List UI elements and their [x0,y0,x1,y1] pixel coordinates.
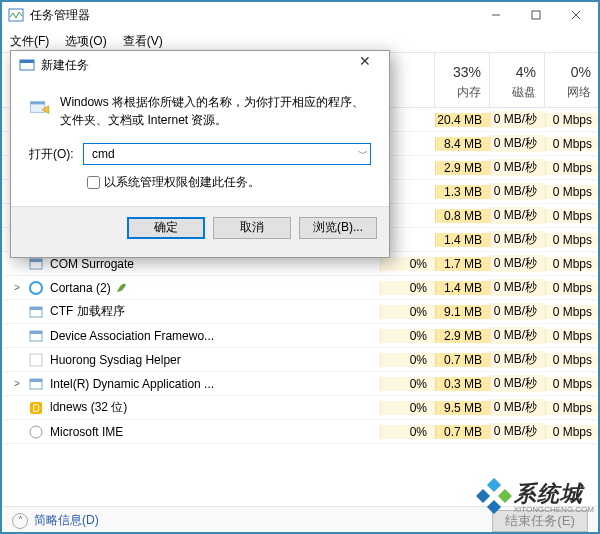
cell-network: 0 Mbps [545,377,600,391]
cell-disk: 0 MB/秒 [490,351,545,368]
cell-memory: 20.4 MB [435,113,490,127]
ok-button[interactable]: 确定 [127,217,205,239]
cell-disk: 0 MB/秒 [490,231,545,248]
leaf-icon [115,282,127,294]
cell-network: 0 Mbps [545,137,600,151]
table-row[interactable]: >Cortana (2)0%1.4 MB0 MB/秒0 Mbps [0,276,600,300]
cell-memory: 2.9 MB [435,161,490,175]
header-disk[interactable]: 4%磁盘 [490,53,545,107]
cell-memory: 0.3 MB [435,377,490,391]
watermark-subtitle: XITONGCHENG.COM [514,505,594,514]
process-icon [28,328,44,344]
cell-memory: 9.5 MB [435,401,490,415]
table-row[interactable]: Dldnews (32 位)0%9.5 MB0 MB/秒0 Mbps [0,396,600,420]
table-row[interactable]: >Intel(R) Dynamic Application ...0%0.3 M… [0,372,600,396]
maximize-button[interactable] [516,1,556,29]
chevron-down-icon[interactable]: ﹀ [358,147,368,161]
cell-disk: 0 MB/秒 [490,423,545,440]
command-combobox[interactable]: ﹀ [83,143,371,165]
header-network[interactable]: 0%网络 [545,53,600,107]
brief-info-toggle[interactable]: ˄ 简略信息(D) [12,512,99,529]
cell-network: 0 Mbps [545,257,600,271]
menu-options[interactable]: 选项(O) [57,31,114,52]
cell-network: 0 Mbps [545,209,600,223]
cell-disk: 0 MB/秒 [490,303,545,320]
cell-memory: 9.1 MB [435,305,490,319]
process-name: Intel(R) Dynamic Application ... [50,377,214,391]
cell-disk: 0 MB/秒 [490,183,545,200]
cell-memory: 1.4 MB [435,233,490,247]
process-icon [28,424,44,440]
cell-disk: 0 MB/秒 [490,399,545,416]
process-icon: D [28,400,44,416]
process-name: Device Association Framewo... [50,329,214,343]
cell-disk: 0 MB/秒 [490,207,545,224]
cell-disk: 0 MB/秒 [490,375,545,392]
menu-bar: 文件(F) 选项(O) 查看(V) [0,30,600,52]
svg-point-7 [30,282,42,294]
minimize-button[interactable] [476,1,516,29]
admin-checkbox-label: 以系统管理权限创建此任务。 [104,174,260,191]
run-icon [29,93,50,121]
chevron-up-icon: ˄ [12,513,28,529]
cell-cpu: 0% [380,377,435,391]
admin-checkbox[interactable] [87,176,100,189]
svg-rect-25 [487,500,501,514]
cell-cpu: 0% [380,305,435,319]
svg-rect-9 [30,307,42,310]
svg-rect-24 [498,489,512,503]
cell-memory: 8.4 MB [435,137,490,151]
cell-cpu: 0% [380,401,435,415]
task-manager-icon [8,7,24,23]
svg-point-17 [30,426,42,438]
run-dialog: 新建任务 ✕ Windows 将根据你所键入的名称，为你打开相应的程序、文件夹、… [10,50,390,258]
table-row[interactable]: Huorong Sysdiag Helper0%0.7 MB0 MB/秒0 Mb… [0,348,600,372]
cell-memory: 2.9 MB [435,329,490,343]
cell-cpu: 0% [380,257,435,271]
menu-view[interactable]: 查看(V) [115,31,171,52]
cell-memory: 0.8 MB [435,209,490,223]
cell-network: 0 Mbps [545,305,600,319]
close-button[interactable] [556,1,596,29]
svg-rect-19 [20,60,34,63]
watermark-logo-icon [476,478,512,514]
process-name: COM Surrogate [50,257,134,271]
table-row[interactable]: Device Association Framewo...0%2.9 MB0 M… [0,324,600,348]
process-icon [28,304,44,320]
dialog-close-button[interactable]: ✕ [347,53,383,77]
cell-network: 0 Mbps [545,353,600,367]
svg-rect-21 [30,102,45,105]
run-dialog-icon [19,57,35,73]
window-title: 任务管理器 [30,7,476,24]
table-row[interactable]: CTF 加载程序0%9.1 MB0 MB/秒0 Mbps [0,300,600,324]
process-icon [28,376,44,392]
dialog-title-bar: 新建任务 ✕ [11,51,389,79]
header-memory[interactable]: 33%内存 [435,53,490,107]
expand-icon[interactable]: > [14,282,26,293]
cell-network: 0 Mbps [545,161,600,175]
cell-network: 0 Mbps [545,401,600,415]
process-icon [28,352,44,368]
svg-rect-23 [476,489,490,503]
open-label: 打开(O): [29,146,79,163]
brief-info-label: 简略信息(D) [34,512,99,529]
cell-cpu: 0% [380,329,435,343]
cell-network: 0 Mbps [545,425,600,439]
dialog-description: Windows 将根据你所键入的名称，为你打开相应的程序、文件夹、文档或 Int… [60,93,371,129]
cell-network: 0 Mbps [545,233,600,247]
cell-network: 0 Mbps [545,185,600,199]
browse-button[interactable]: 浏览(B)... [299,217,377,239]
svg-rect-14 [30,379,42,382]
table-row[interactable]: Microsoft IME0%0.7 MB0 MB/秒0 Mbps [0,420,600,444]
cell-memory: 1.7 MB [435,257,490,271]
process-name: Cortana (2) [50,281,111,295]
svg-rect-12 [30,354,42,366]
cell-memory: 1.3 MB [435,185,490,199]
command-input[interactable] [90,146,352,162]
cell-disk: 0 MB/秒 [490,111,545,128]
cancel-button[interactable]: 取消 [213,217,291,239]
expand-icon[interactable]: > [14,378,26,389]
process-name: ldnews (32 位) [50,399,127,416]
menu-file[interactable]: 文件(F) [2,31,57,52]
svg-rect-6 [30,259,42,262]
